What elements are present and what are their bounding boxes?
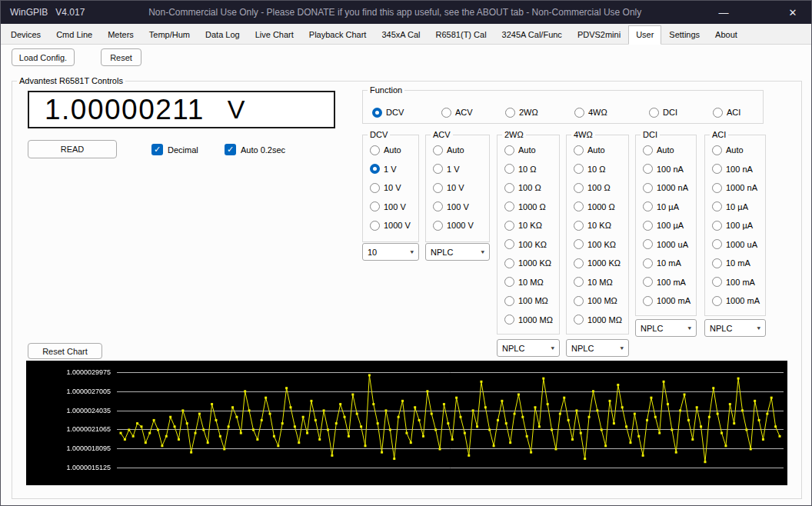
tab-r6581-t-cal[interactable]: R6581(T) Cal (428, 25, 494, 44)
4wohm-range-10-kohm[interactable]: 10 KΩ (567, 216, 628, 235)
dci-range-100-ua[interactable]: 100 µA (636, 216, 696, 235)
radio-icon (712, 145, 722, 155)
range-groupbox-title: ACI (710, 130, 728, 139)
4wohm-range-10-mohm[interactable]: 10 MΩ (567, 273, 628, 292)
tab-about[interactable]: About (707, 25, 745, 44)
4wohm-range-100-mohm[interactable]: 100 MΩ (567, 291, 628, 311)
tab-playback-chart[interactable]: Playback Chart (301, 25, 374, 44)
dci-range-1000-ma[interactable]: 1000 mA (636, 291, 696, 311)
radio-label: 10 mA (726, 258, 750, 268)
function-option-2wohm[interactable]: 2WΩ (505, 105, 538, 120)
function-option-4wohm[interactable]: 4WΩ (574, 105, 607, 120)
dcv-range-10-v[interactable]: 10 V (363, 178, 418, 198)
tab-live-chart[interactable]: Live Chart (248, 25, 301, 44)
aci-range-10-ma[interactable]: 10 mA (705, 254, 765, 273)
function-option-acv[interactable]: ACV (441, 105, 473, 120)
radio-icon (712, 277, 722, 287)
dcv-range-1-v[interactable]: 1 V (363, 160, 418, 179)
dci-range-100-ma[interactable]: 100 mA (636, 273, 696, 292)
2wohm-range-10-mohm[interactable]: 10 MΩ (498, 273, 559, 292)
tab-pdvs2mini[interactable]: PDVS2mini (570, 25, 628, 44)
radio-label: 100 KΩ (518, 240, 547, 249)
radio-icon (370, 221, 380, 231)
4wohm-range-10-ohm[interactable]: 10 Ω (567, 160, 628, 179)
aci-range-1000-ua[interactable]: 1000 uA (705, 235, 765, 255)
load-config-button[interactable]: Load Config. (12, 48, 75, 66)
title-bar: WinGPIB V4.017 Non-Commercial Use Only -… (1, 1, 811, 24)
function-option-aci[interactable]: ACI (713, 105, 740, 120)
4wohm-range-1000-mohm[interactable]: 1000 MΩ (567, 311, 628, 330)
2wohm-range-100-kohm[interactable]: 100 KΩ (498, 235, 559, 255)
dci-range-10-ma[interactable]: 10 mA (636, 254, 696, 273)
radio-icon (712, 258, 722, 268)
acv-range-100-v[interactable]: 100 V (426, 198, 489, 217)
aci-range-100-ma[interactable]: 100 mA (705, 273, 765, 292)
4w-ohm-nplc-dropdown[interactable]: NPLC ▾ (566, 339, 629, 357)
radio-icon (643, 239, 653, 249)
2wohm-range-100-ohm[interactable]: 100 Ω (498, 178, 559, 198)
radio-icon (649, 108, 659, 118)
acv-nplc-dropdown[interactable]: NPLC ▾ (425, 243, 490, 261)
2wohm-range-1000-mohm[interactable]: 1000 MΩ (498, 311, 559, 330)
dci-range-100-na[interactable]: 100 nA (636, 160, 696, 179)
function-option-dci[interactable]: DCI (649, 105, 677, 120)
radio-icon (643, 183, 653, 193)
tab-settings[interactable]: Settings (661, 25, 707, 44)
dcv-nplc-dropdown[interactable]: 10 ▾ (362, 243, 419, 261)
4wohm-range-100-ohm[interactable]: 100 Ω (567, 178, 628, 198)
dci-nplc-dropdown[interactable]: NPLC ▾ (635, 319, 697, 337)
tab-meters[interactable]: Meters (100, 25, 141, 44)
dcv-range-100-v[interactable]: 100 V (363, 198, 418, 217)
tab-3245a-cal-func[interactable]: 3245A Cal/Func (494, 25, 570, 44)
tab-data-log[interactable]: Data Log (198, 25, 248, 44)
tab-345xa-cal[interactable]: 345xA Cal (374, 25, 428, 44)
aci-range-100-ua[interactable]: 100 µA (705, 216, 765, 235)
aci-nplc-dropdown[interactable]: NPLC ▾ (704, 319, 766, 337)
2wohm-range-10-kohm[interactable]: 10 KΩ (498, 216, 559, 235)
reset-button[interactable]: Reset (101, 48, 141, 66)
read-button[interactable]: READ (28, 140, 117, 158)
dci-range-1000-na[interactable]: 1000 nA (636, 178, 696, 198)
acv-range-auto[interactable]: Auto (426, 141, 489, 160)
aci-range-1000-na[interactable]: 1000 nA (705, 178, 765, 198)
radio-icon (504, 145, 514, 155)
dci-range-auto[interactable]: Auto (636, 141, 696, 160)
aci-range-auto[interactable]: Auto (705, 141, 765, 160)
radio-icon (433, 201, 443, 211)
auto-read-checkbox[interactable]: ✓ Auto 0.2sec (225, 144, 285, 155)
2w-ohm-nplc-dropdown[interactable]: NPLC ▾ (497, 339, 560, 357)
close-button[interactable]: ✕ (774, 1, 811, 24)
aci-range-10-ua[interactable]: 10 µA (705, 198, 765, 217)
minimize-button[interactable]: — (705, 1, 742, 24)
tab-cmd-line[interactable]: Cmd Line (48, 25, 100, 44)
tab-temp-hum[interactable]: Temp/Hum (141, 25, 198, 44)
4wohm-range-1000-kohm[interactable]: 1000 KΩ (567, 254, 628, 273)
acv-range-1000-v[interactable]: 1000 V (426, 216, 489, 235)
4wohm-range-100-kohm[interactable]: 100 KΩ (567, 235, 628, 255)
radio-label: 10 µA (657, 202, 679, 211)
2wohm-range-1000-kohm[interactable]: 1000 KΩ (498, 254, 559, 273)
radio-label: 10 Ω (518, 165, 537, 174)
tab-devices[interactable]: Devices (3, 25, 48, 44)
aci-range-100-na[interactable]: 100 nA (705, 160, 765, 179)
2wohm-range-1000-ohm[interactable]: 1000 Ω (498, 198, 559, 217)
dcv-range-auto[interactable]: Auto (363, 141, 418, 160)
2wohm-range-10-ohm[interactable]: 10 Ω (498, 160, 559, 179)
2wohm-range-100-mohm[interactable]: 100 MΩ (498, 291, 559, 311)
4wohm-range-1000-ohm[interactable]: 1000 Ω (567, 198, 628, 217)
dcv-range-1000-v[interactable]: 1000 V (363, 216, 418, 235)
dci-range-1000-ua[interactable]: 1000 uA (636, 235, 696, 255)
function-option-dcv[interactable]: DCV (372, 105, 404, 120)
tab-user[interactable]: User (628, 25, 661, 45)
4wohm-range-auto[interactable]: Auto (567, 141, 628, 160)
reset-chart-button[interactable]: Reset Chart (28, 343, 102, 359)
decimal-checkbox[interactable]: ✓ Decimal (151, 144, 198, 155)
acv-range-1-v[interactable]: 1 V (426, 160, 489, 179)
radio-icon (504, 201, 514, 211)
2wohm-range-auto[interactable]: Auto (498, 141, 559, 160)
aci-range-1000-ma[interactable]: 1000 mA (705, 291, 765, 311)
dci-range-10-ua[interactable]: 10 µA (636, 198, 696, 217)
radio-icon (574, 296, 584, 306)
measurement-display: 1.00000211 V (28, 91, 335, 128)
acv-range-10-v[interactable]: 10 V (426, 178, 489, 198)
